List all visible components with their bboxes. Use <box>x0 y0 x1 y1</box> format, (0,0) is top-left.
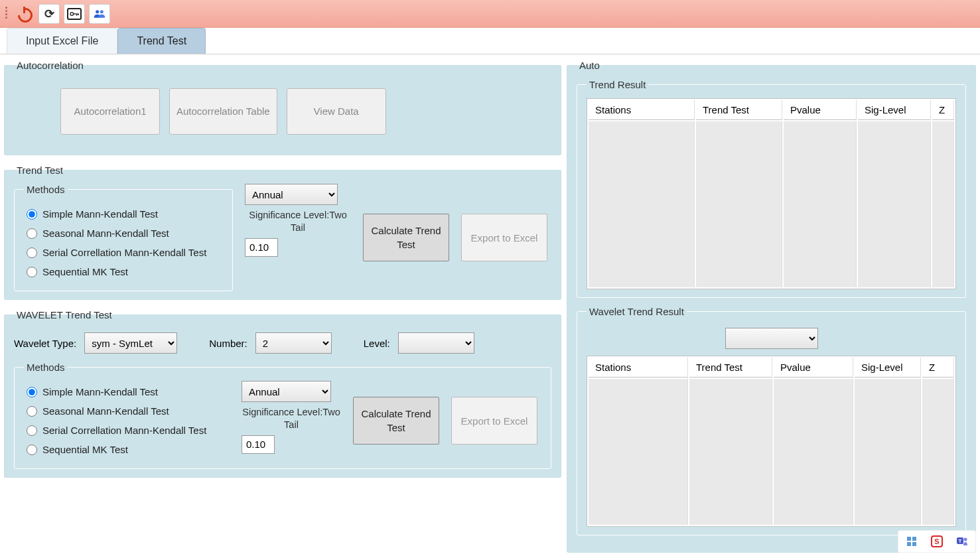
team-icon[interactable] <box>89 4 110 24</box>
wcol-pvalue[interactable]: Pvalue <box>774 358 853 378</box>
wradio-sequential-mk-label: Sequential MK Test <box>42 444 128 455</box>
content-area: Autocorrelation Autocorrelation1 Autocor… <box>0 54 980 558</box>
wradio-serial-mk-input[interactable] <box>27 425 37 436</box>
tray-teams-icon[interactable]: T <box>955 535 969 548</box>
svg-point-4 <box>96 10 99 13</box>
svg-rect-7 <box>912 537 916 541</box>
significance-input[interactable] <box>245 238 278 257</box>
wradio-serial-mk[interactable]: Serial Correllation Mann-Kendall Test <box>27 425 227 436</box>
wcol-sig-level[interactable]: Sig-Level <box>855 358 921 378</box>
left-panel: Autocorrelation Autocorrelation1 Autocor… <box>4 60 561 553</box>
tab-input-excel[interactable]: Input Excel File <box>7 28 117 54</box>
svg-text:T: T <box>959 538 962 544</box>
toolbar-grip <box>5 4 8 23</box>
autocorrelation-group: Autocorrelation Autocorrelation1 Autocor… <box>4 60 561 155</box>
wradio-sequential-mk-input[interactable] <box>27 445 37 455</box>
trend-test-group: Trend Test Methods Simple Mann-Kendall T… <box>4 165 561 300</box>
wavelet-type-select[interactable]: sym - SymLet <box>84 332 177 354</box>
wradio-simple-mk-label: Simple Mann-Kendall Test <box>42 386 158 397</box>
methods-group: Methods Simple Mann-Kendall Test Seasona… <box>14 184 233 291</box>
svg-text:S: S <box>934 537 939 545</box>
trend-result-legend: Trend Result <box>587 79 648 90</box>
table-header-row: Stations Trend Test Pvalue Sig-Level Z <box>589 100 954 120</box>
wavelet-number-label: Number: <box>209 338 247 349</box>
col-trend-test[interactable]: Trend Test <box>696 100 782 120</box>
auto-group: Auto Trend Result Stations Trend Test Pv… <box>567 60 976 553</box>
svg-point-0 <box>70 13 74 16</box>
trend-result-body <box>589 121 954 287</box>
wavelet-export-button[interactable]: Export to Excel <box>451 397 537 445</box>
table-header-row: Stations Trend Test Pvalue Sig-Level Z <box>589 358 954 378</box>
radio-seasonal-mk-label: Seasonal Mann-Kendall Test <box>42 228 169 239</box>
wradio-seasonal-mk-label: Seasonal Mann-Kendall Test <box>42 405 169 417</box>
radio-serial-mk[interactable]: Serial Correllation Mann-Kendall Test <box>27 247 220 258</box>
wradio-seasonal-mk[interactable]: Seasonal Mann-Kendall Test <box>27 405 227 417</box>
tab-strip: Input Excel File Trend Test <box>0 28 980 54</box>
refresh-icon[interactable]: ⟳ <box>38 4 60 24</box>
wradio-seasonal-mk-input[interactable] <box>27 406 37 417</box>
wcol-trend-test[interactable]: Trend Test <box>689 358 772 378</box>
wavelet-methods-legend: Methods <box>24 362 68 373</box>
tray-s-icon[interactable]: S <box>930 535 944 548</box>
autocorrelation-legend: Autocorrelation <box>14 60 86 71</box>
wcol-z[interactable]: Z <box>922 358 954 378</box>
autocorrelation1-button[interactable]: Autocorrelation1 <box>60 88 160 135</box>
radio-sequential-mk-input[interactable] <box>27 267 37 277</box>
auto-legend: Auto <box>577 60 602 71</box>
radio-simple-mk-input[interactable] <box>27 209 37 220</box>
wavelet-period-select[interactable]: Annual <box>242 381 331 402</box>
radio-simple-mk-label: Simple Mann-Kendall Test <box>42 208 158 220</box>
main-toolbar: ⟳ <box>0 0 980 28</box>
wavelet-methods-group: Methods Simple Mann-Kendall Test Seasona… <box>14 362 551 469</box>
wavelet-number-select[interactable]: 2 <box>255 332 332 354</box>
export-to-excel-button[interactable]: Export to Excel <box>461 214 547 261</box>
wavelet-significance-label: Significance Level:Two Tail <box>242 406 341 431</box>
wavelet-level-select[interactable] <box>398 332 474 354</box>
right-panel: Auto Trend Result Stations Trend Test Pv… <box>567 60 976 553</box>
radio-seasonal-mk[interactable]: Seasonal Mann-Kendall Test <box>27 228 220 239</box>
methods-legend: Methods <box>24 184 68 195</box>
svg-point-14 <box>964 538 967 541</box>
trend-result-table: Stations Trend Test Pvalue Sig-Level Z <box>587 98 956 289</box>
view-data-button[interactable]: View Data <box>287 88 386 135</box>
wavelet-result-select[interactable] <box>725 328 818 349</box>
wavelet-level-label: Level: <box>364 338 390 349</box>
power-icon[interactable] <box>13 4 35 24</box>
radio-simple-mk[interactable]: Simple Mann-Kendall Test <box>27 208 220 220</box>
svg-rect-6 <box>907 537 911 541</box>
wradio-sequential-mk[interactable]: Sequential MK Test <box>27 444 227 455</box>
tab-trend-test[interactable]: Trend Test <box>117 28 206 54</box>
radio-seasonal-mk-input[interactable] <box>27 228 37 239</box>
wradio-serial-mk-label: Serial Correllation Mann-Kendall Test <box>42 425 206 436</box>
svg-rect-8 <box>907 542 911 546</box>
wradio-simple-mk[interactable]: Simple Mann-Kendall Test <box>27 386 227 397</box>
wavelet-legend: WAVELET Trend Test <box>14 309 115 320</box>
autocorrelation-table-button[interactable]: Autocorrelation Table <box>169 88 277 135</box>
calculate-trend-test-button[interactable]: Calculate Trend Test <box>363 214 449 261</box>
col-pvalue[interactable]: Pvalue <box>784 100 857 120</box>
significance-label: Significance Level:Two Tail <box>245 209 351 234</box>
wcol-stations[interactable]: Stations <box>589 358 688 378</box>
period-select[interactable]: Annual <box>245 184 338 205</box>
tray-app-icon[interactable] <box>905 535 918 548</box>
radio-serial-mk-input[interactable] <box>27 247 37 258</box>
col-stations[interactable]: Stations <box>589 100 695 120</box>
col-z[interactable]: Z <box>932 100 954 120</box>
col-sig-level[interactable]: Sig-Level <box>858 100 931 120</box>
trend-test-legend: Trend Test <box>14 165 66 176</box>
wavelet-result-table: Stations Trend Test Pvalue Sig-Level Z <box>587 356 956 527</box>
wavelet-trend-test-group: WAVELET Trend Test Wavelet Type: sym - S… <box>4 309 561 478</box>
radio-serial-mk-label: Serial Correllation Mann-Kendall Test <box>42 247 206 258</box>
radio-sequential-mk[interactable]: Sequential MK Test <box>27 266 220 277</box>
wavelet-result-legend: Wavelet Trend Result <box>587 306 687 317</box>
wradio-simple-mk-input[interactable] <box>27 387 37 397</box>
wavelet-result-body <box>589 379 954 525</box>
svg-point-5 <box>100 10 104 13</box>
wavelet-type-label: Wavelet Type: <box>14 338 76 349</box>
wavelet-calculate-button[interactable]: Calculate Trend Test <box>353 397 439 445</box>
trend-result-group: Trend Result Stations Trend Test Pvalue … <box>577 79 966 298</box>
key-icon[interactable] <box>64 4 85 24</box>
system-tray: S T <box>898 530 976 553</box>
wavelet-significance-input[interactable] <box>242 435 275 454</box>
autocorrelation-buttons: Autocorrelation1 Autocorrelation Table V… <box>14 79 551 147</box>
